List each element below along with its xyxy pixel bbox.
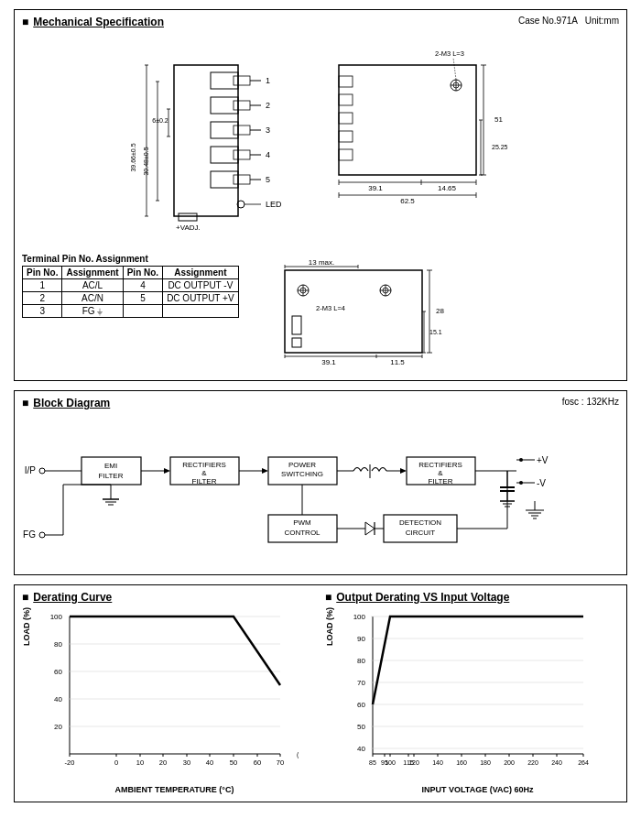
svg-rect-30 [234,175,250,184]
mech-diagram-top: 39.1 14.65 62.5 51 25.25 [320,38,522,248]
svg-text:51: 51 [494,115,503,124]
svg-text:1: 1 [266,76,270,85]
svg-text:-20: -20 [65,758,75,767]
case-info: Case No.971A Unit:mm [518,16,619,26]
col-pin2: Pin No. [123,267,162,279]
terminal-cell: 4 [123,279,162,292]
svg-rect-13 [211,72,238,89]
svg-text:100: 100 [385,759,396,766]
svg-text:80: 80 [357,657,365,665]
svg-text:13 max.: 13 max. [308,258,333,267]
svg-text:160: 160 [456,759,467,766]
svg-rect-99 [292,338,301,347]
derating-curve-svg: 100 80 60 40 20 -20 [33,607,299,781]
svg-text:EMI: EMI [104,462,117,470]
terminal-cell [123,305,162,318]
svg-rect-36 [179,213,197,221]
svg-text:60: 60 [254,758,261,767]
svg-text:39.66±0.5: 39.66±0.5 [130,143,136,171]
block-diagram-header: Block Diagram [22,397,110,409]
output-derating-x-label: INPUT VOLTAGE (VAC) 60Hz [336,785,619,794]
svg-rect-25 [211,147,238,163]
svg-text:SWITCHING: SWITCHING [281,470,323,478]
svg-rect-65 [339,94,353,105]
svg-text:5: 5 [266,175,270,184]
svg-text:100: 100 [50,613,63,621]
svg-text:2-M3 L=3: 2-M3 L=3 [435,49,464,58]
svg-point-101 [39,468,45,474]
svg-marker-153 [365,522,375,535]
svg-text:40: 40 [54,695,62,704]
svg-text:50: 50 [357,723,365,731]
svg-text:0: 0 [114,758,118,767]
svg-text:11.5: 11.5 [390,358,405,366]
svg-text:100: 100 [353,613,366,621]
svg-text:240: 240 [551,759,562,766]
svg-text:200: 200 [504,759,515,766]
svg-text:140: 140 [432,759,443,766]
svg-text:180: 180 [480,759,491,766]
svg-text:20: 20 [54,723,62,731]
svg-text:25.25: 25.25 [492,144,508,150]
derating-y-label: LOAD (%) [22,607,31,646]
svg-text:+VADJ.: +VADJ. [176,224,201,232]
svg-text:50: 50 [230,758,237,767]
mech-spec-header: Mechanical Specification [22,16,164,28]
svg-text:DETECTION: DETECTION [399,518,441,527]
unit: Unit:mm [585,16,619,26]
terminal-cell: DC OUTPUT -V [163,279,238,292]
svg-text:FG: FG [23,529,36,540]
derating-curve-block: Derating Curve LOAD (%) 100 [22,591,316,794]
block-diagram-section: Block Diagram fosc : 132KHz I/P EMI FILT… [14,390,627,575]
svg-rect-12 [174,65,238,216]
svg-text:RECTIFIERS: RECTIFIERS [418,461,462,469]
svg-text:80: 80 [54,640,62,649]
terminal-cell: AC/L [62,279,123,292]
svg-text:30.48±0.5: 30.48±0.5 [143,147,149,175]
svg-text:85: 85 [369,759,376,766]
svg-text:LED: LED [266,200,282,209]
mech-spec-title: Mechanical Specification [33,16,164,28]
derating-x-label: AMBIENT TEMPERATURE (°C) [33,785,316,794]
output-derating-header: Output Derating VS Input Voltage [325,591,619,604]
terminal-cell: DC OUTPUT +V [163,292,238,305]
svg-text:CONTROL: CONTROL [284,529,320,537]
output-derating-y-label: LOAD (%) [325,607,334,646]
svg-rect-64 [339,76,353,87]
svg-rect-29 [211,171,238,188]
svg-text:264: 264 [578,759,589,766]
col-assign1: Assignment [62,267,123,279]
svg-text:28: 28 [436,307,444,315]
svg-text:70: 70 [277,758,284,767]
block-diagram-title: Block Diagram [33,397,110,409]
svg-text:-V: -V [537,478,546,488]
svg-rect-73 [285,270,422,353]
terminal-cell: 2 [23,292,62,305]
derating-curve-header: Derating Curve [22,591,316,604]
terminal-cell: FG ⏚ [62,305,123,318]
svg-text:PWM: PWM [293,518,311,527]
svg-rect-68 [339,149,353,160]
svg-text:30: 30 [183,758,190,767]
svg-text:3: 3 [266,125,270,135]
svg-text:15.1: 15.1 [429,329,442,335]
svg-text:&: & [201,469,207,477]
mech-diagram-front: 39.66±0.5 30.48±0.5 6±0.2 1 [119,38,302,248]
fosc-info: fosc : 132KHz [562,397,619,415]
svg-rect-38 [339,65,476,175]
svg-text:FILTER: FILTER [192,477,217,485]
svg-text:120: 120 [408,759,419,766]
mechanical-spec-section: Mechanical Specification Case No.971A Un… [14,9,627,381]
svg-text:60: 60 [54,668,62,676]
svg-point-141 [519,481,523,485]
col-assign2: Assignment [163,267,238,279]
svg-text:CIRCUIT: CIRCUIT [406,529,436,537]
derating-curve-title: Derating Curve [33,591,112,604]
terminal-title: Terminal Pin No. Assignment [22,254,239,264]
svg-text:2: 2 [266,101,270,110]
svg-text:I/P: I/P [25,465,37,475]
svg-text:10: 10 [136,758,144,767]
svg-rect-66 [339,113,353,124]
case-no: Case No.971A [518,16,578,26]
block-diagram-svg: I/P EMI FILTER RECTIFIERS & FILTER [22,419,636,565]
